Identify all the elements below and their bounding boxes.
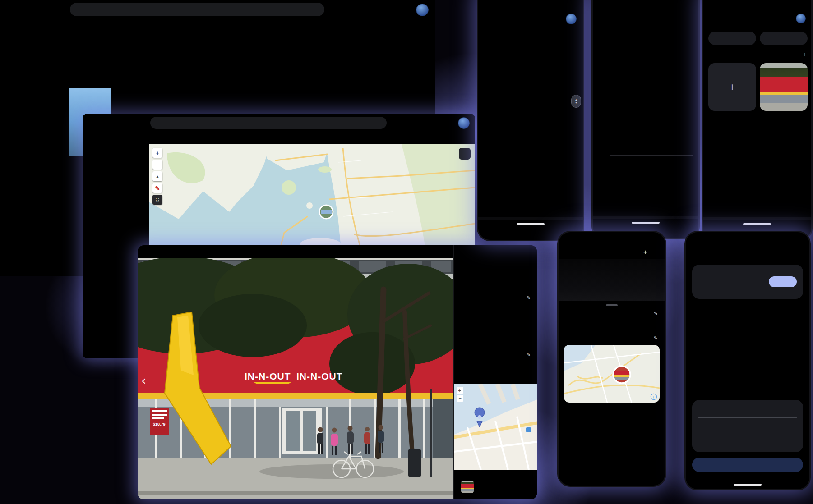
svg-text:$18.79: $18.79 — [153, 422, 166, 426]
map-settings-gear-icon[interactable] — [459, 148, 471, 160]
backup-albums-card — [692, 265, 803, 299]
location-minimap[interactable]: +− — [454, 384, 537, 470]
main-photo-in-n-out[interactable]: IN-N-OUT IN-N-OUT $18.79 — [138, 258, 453, 499]
phone-search-screen — [593, 0, 698, 238]
zoom-out-button[interactable]: − — [152, 160, 162, 170]
detail-row-file — [565, 436, 659, 437]
detail-row-file — [461, 314, 531, 315]
new-album-card[interactable]: + — [708, 63, 756, 111]
detail-row-camera — [461, 333, 531, 334]
home-indicator — [632, 222, 660, 224]
sidebar — [85, 139, 146, 355]
edit-pencil-icon[interactable]: ✎ — [527, 352, 531, 357]
screenshot-canvas: + − ▲ ✎ ⛶ — [0, 0, 813, 504]
phone-photo-detail-screen: + ✎ ✎ — [559, 232, 665, 486]
svg-text:IN-N-OUT: IN-N-OUT — [296, 371, 342, 381]
photo-grid — [478, 48, 583, 202]
detail-row-location: ✎ — [461, 352, 531, 357]
photo-viewer-window: IN-N-OUT IN-N-OUT $18.79 — [138, 245, 537, 499]
zoom-in-button[interactable]: + — [152, 148, 162, 158]
sort-created-date[interactable]: ↑ — [804, 52, 806, 57]
album-link[interactable] — [461, 481, 478, 493]
home-indicator — [734, 484, 762, 486]
draw-pencil-button[interactable]: ✎ — [152, 183, 162, 193]
svg-text:‹: ‹ — [141, 373, 146, 388]
avatar[interactable] — [566, 14, 577, 24]
svg-text:−: − — [459, 395, 462, 401]
detail-row-camera — [565, 454, 659, 455]
start-backup-button[interactable] — [692, 458, 803, 472]
timeline-scrubber[interactable] — [419, 26, 435, 116]
sidebar — [2, 23, 69, 270]
svg-text:+: + — [458, 388, 461, 393]
sheet-drag-handle[interactable] — [606, 304, 618, 306]
edit-pencil-icon[interactable]: ✎ — [527, 295, 531, 301]
uploading-file-card — [692, 400, 803, 452]
add-to-album-plus-icon[interactable]: + — [643, 248, 647, 256]
home-indicator — [743, 223, 771, 225]
archive-button[interactable] — [760, 32, 808, 45]
fullscreen-button[interactable]: ⛶ — [152, 195, 162, 205]
avatar[interactable] — [416, 4, 429, 16]
bottom-nav — [478, 217, 583, 220]
avatar[interactable] — [458, 117, 470, 129]
header — [0, 0, 435, 19]
photo-edge[interactable] — [559, 259, 665, 301]
info-panel: ✎ ✎ — [453, 245, 537, 499]
detail-row-date: ✎ — [461, 295, 531, 301]
edit-pencil-icon[interactable]: ✎ — [654, 335, 658, 341]
search-input[interactable] — [70, 3, 324, 16]
select-button[interactable] — [769, 276, 797, 287]
phone-library-screen: ↑ + — [703, 0, 811, 240]
favorites-button[interactable] — [708, 32, 756, 45]
phone-photos-screen: ▲▼ — [478, 0, 583, 240]
timeline-drag-handle[interactable]: ▲▼ — [571, 95, 581, 108]
location-map[interactable]: i — [564, 345, 660, 403]
phone-backup-screen — [686, 232, 809, 489]
edit-pencil-icon[interactable]: ✎ — [654, 311, 658, 316]
search-input[interactable] — [150, 117, 387, 129]
home-indicator — [517, 223, 545, 225]
upload-progress-bar — [698, 417, 797, 418]
svg-text:i: i — [653, 395, 654, 399]
svg-text:IN-N-OUT: IN-N-OUT — [245, 371, 291, 381]
bottom-nav — [593, 216, 698, 219]
header — [83, 114, 475, 133]
photo-row — [69, 30, 429, 87]
album-card-sf-trip[interactable] — [760, 63, 808, 111]
map-controls: + − ▲ ✎ ⛶ — [152, 148, 162, 205]
avatar[interactable] — [796, 14, 806, 23]
album-thumbnail — [461, 481, 474, 493]
viewer-toolbar — [138, 245, 453, 258]
compass-button[interactable]: ▲ — [152, 171, 162, 181]
bottom-nav — [703, 217, 811, 220]
